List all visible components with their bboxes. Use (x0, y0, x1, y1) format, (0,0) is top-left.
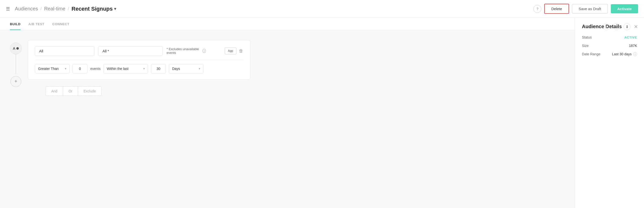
condition-bottom-row: Greater Than ▾ events Within the last ▾ … (35, 60, 243, 73)
save-draft-button[interactable]: Save as Draft (572, 4, 608, 13)
excludes-info-icon[interactable]: i (202, 49, 206, 53)
build-content: A + All All * * Excludes unavaila (0, 30, 575, 106)
delete-button[interactable]: Delete (544, 4, 569, 14)
breadcrumb-sep1: / (40, 6, 42, 11)
greater-than-select[interactable]: Greater Than ▾ (35, 64, 70, 73)
node-column: A + (10, 40, 22, 87)
within-select[interactable]: Within the last ▾ (104, 64, 148, 73)
node-dot (16, 47, 19, 50)
excludes-section: * Excludes unavailable events i (166, 47, 221, 55)
status-label: Status (582, 35, 592, 39)
days-count-input[interactable] (151, 64, 166, 73)
breadcrumb-current: Recent Signups ▾ (72, 6, 116, 12)
tabs-bar: BUILD A/B TEST CONNECT (0, 18, 575, 30)
excludes-note: * Excludes unavailable events i (166, 47, 206, 55)
activate-button[interactable]: Activate (611, 4, 638, 13)
exclude-button[interactable]: Exclude (78, 87, 102, 96)
breadcrumb-audiences[interactable]: Audiences (15, 6, 38, 12)
date-range-info-icon[interactable]: i (633, 52, 637, 56)
events-label: events (90, 67, 100, 71)
close-panel-button[interactable]: ✕ (634, 23, 638, 30)
count-input[interactable] (72, 64, 87, 73)
date-range-row: Date Range Last 30 days i (582, 52, 637, 56)
size-row: Size 187K (582, 44, 637, 48)
status-row: Status ACTIVE (582, 35, 637, 39)
greater-than-chevron: ▾ (65, 67, 66, 70)
content-area: BUILD A/B TEST CONNECT A + A (0, 18, 575, 208)
panel-icons: ℹ ✏ ⬇ ✕ (603, 23, 638, 30)
delete-condition-button[interactable]: 🗑 (239, 48, 243, 54)
header: ☰ Audiences / Real-time / Recent Signups… (0, 0, 644, 18)
breadcrumb: Audiences / Real-time / Recent Signups ▾ (15, 6, 530, 12)
and-button[interactable]: And (46, 87, 63, 96)
status-value: ACTIVE (624, 36, 637, 39)
condition-top-row: All All * * Excludes unavailable events … (35, 46, 243, 56)
condition-area: All All * * Excludes unavailable events … (28, 40, 565, 96)
right-panel: Audience Details ℹ ✏ ⬇ ✕ Status ACTIVE S… (575, 18, 644, 208)
within-chevron: ▾ (143, 67, 145, 70)
logic-buttons: And Or Exclude (46, 87, 565, 96)
download-icon-btn[interactable]: ⬇ (624, 23, 630, 30)
tab-connect[interactable]: CONNECT (52, 18, 69, 30)
date-range-value: Last 30 days (612, 52, 632, 56)
card-actions: App 🗑 (225, 47, 243, 54)
event-filter-input[interactable]: All * (98, 46, 162, 56)
app-button[interactable]: App (225, 47, 236, 54)
add-condition-button[interactable]: + (10, 76, 21, 87)
breadcrumb-realtime[interactable]: Real-time (44, 6, 65, 12)
tab-build[interactable]: BUILD (10, 18, 20, 30)
main-layout: BUILD A/B TEST CONNECT A + A (0, 18, 644, 208)
or-button[interactable]: Or (63, 87, 78, 96)
breadcrumb-sep2: / (68, 6, 69, 11)
size-value: 187K (629, 44, 637, 48)
date-range-label: Date Range (582, 52, 600, 56)
days-unit-select[interactable]: Days ▾ (169, 64, 204, 73)
node-line (16, 54, 16, 74)
menu-icon[interactable]: ☰ (6, 6, 10, 12)
node-a: A (10, 42, 22, 54)
size-label: Size (582, 44, 588, 48)
info-icon-btn[interactable]: ℹ (603, 23, 610, 30)
all-filter-input[interactable]: All (35, 46, 94, 56)
condition-card: All All * * Excludes unavailable events … (28, 40, 250, 80)
edit-icon-btn[interactable]: ✏ (613, 23, 620, 30)
date-range-value-container: Last 30 days i (612, 52, 637, 56)
help-button[interactable]: ? (533, 5, 541, 13)
header-actions: ? Delete Save as Draft Activate (533, 4, 638, 14)
tab-ab-test[interactable]: A/B TEST (28, 18, 44, 30)
breadcrumb-current-text: Recent Signups (72, 6, 112, 12)
chevron-down-icon[interactable]: ▾ (114, 6, 116, 11)
days-chevron: ▾ (199, 67, 200, 70)
